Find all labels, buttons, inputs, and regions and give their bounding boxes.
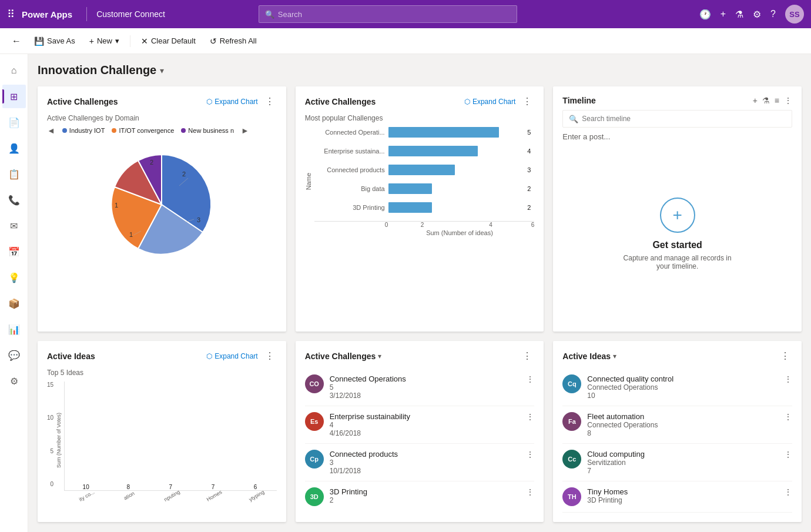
ideas-y-axis-label: Sum (Number of Votes) bbox=[56, 413, 62, 468]
ideas-item-more-1[interactable]: ⋮ bbox=[784, 412, 792, 421]
list-item-1: Es Enterprise sustainability 4 4/16/2018… bbox=[305, 406, 535, 444]
challenges-list-chevron[interactable]: ▾ bbox=[378, 352, 381, 360]
pie-more-button[interactable]: ⋮ bbox=[263, 96, 277, 107]
filter-icon[interactable]: ⚗ bbox=[735, 9, 743, 20]
global-search-input[interactable] bbox=[278, 10, 511, 19]
bar-expand-button[interactable]: ⬡ Expand Chart bbox=[464, 98, 515, 106]
legend-dot-1 bbox=[112, 128, 116, 133]
bar-row-4: 3D Printing 2 bbox=[314, 202, 535, 213]
timeline-search-box[interactable]: 🔍 bbox=[562, 110, 792, 128]
global-search-box[interactable]: 🔍 bbox=[259, 5, 517, 23]
challenges-list-more-button[interactable]: ⋮ bbox=[520, 350, 534, 362]
sidebar-item-settings[interactable]: ⚙ bbox=[2, 369, 26, 393]
ideas-item-0: Cq Connected quality control Connected O… bbox=[562, 369, 792, 406]
pie-card-header: Active Challenges ⬡ Expand Chart ⋮ bbox=[47, 96, 277, 107]
content-area: Innovation Challenge ▾ Active Challenges… bbox=[28, 54, 811, 532]
ideas-chart-more-button[interactable]: ⋮ bbox=[263, 350, 277, 362]
sidebar-item-phone[interactable]: 📞 bbox=[2, 188, 26, 212]
clear-icon: ✕ bbox=[141, 36, 148, 46]
timeline-post-input[interactable]: Enter a post... bbox=[562, 132, 792, 141]
list-item-more-0[interactable]: ⋮ bbox=[526, 374, 534, 384]
list-avatar-1: Es bbox=[305, 412, 324, 431]
grid-icon[interactable]: ⠿ bbox=[7, 8, 15, 21]
sidebar-item-contacts[interactable]: 📋 bbox=[2, 162, 26, 186]
list-item-title-2: Connected products bbox=[330, 450, 521, 459]
bar-more-button[interactable]: ⋮ bbox=[520, 96, 534, 107]
sidebar-item-person[interactable]: 👤 bbox=[2, 136, 26, 160]
legend-dot-0 bbox=[62, 128, 67, 133]
ideas-expand-icon: ⬡ bbox=[206, 352, 212, 360]
ideas-expand-button[interactable]: ⬡ Expand Chart bbox=[206, 352, 257, 360]
list-item-more-1[interactable]: ⋮ bbox=[526, 412, 534, 421]
sidebar-item-mail[interactable]: ✉ bbox=[2, 214, 26, 237]
nav-icons: 🕐 + ⚗ ⚙ ? SS bbox=[699, 5, 804, 24]
timeline-columns-icon[interactable]: ≡ bbox=[775, 96, 779, 105]
list-item-title-3: 3D Printing bbox=[330, 487, 521, 496]
page-title-chevron[interactable]: ▾ bbox=[160, 66, 164, 75]
bar-track-2 bbox=[388, 165, 522, 175]
list-item-count-2: 3 bbox=[330, 459, 521, 467]
ideas-list-more-button[interactable]: ⋮ bbox=[778, 350, 792, 362]
bar-fill-2 bbox=[388, 165, 455, 175]
new-chevron-icon[interactable]: ▾ bbox=[115, 36, 119, 45]
list-item-content-1: Enterprise sustainability 4 4/16/2018 bbox=[330, 412, 521, 437]
sidebar-item-documents[interactable]: 📄 bbox=[2, 111, 26, 134]
toolbar-separator bbox=[130, 35, 130, 47]
bar-card-header: Active Challenges ⬡ Expand Chart ⋮ bbox=[305, 96, 535, 107]
ideas-item-title-2: Cloud computing bbox=[587, 450, 778, 459]
refresh-all-button[interactable]: ↺ Refresh All bbox=[204, 32, 263, 51]
sidebar-item-box[interactable]: 📦 bbox=[2, 292, 26, 315]
save-as-button[interactable]: 💾 Save As bbox=[28, 32, 81, 51]
timeline-empty-state: + Get started Capture and manage all rec… bbox=[562, 146, 792, 322]
timeline-filter-icon[interactable]: ⚗ bbox=[762, 96, 770, 105]
help-icon[interactable]: ? bbox=[770, 9, 776, 19]
ideas-avatar-3: TH bbox=[562, 487, 581, 506]
pie-expand-button[interactable]: ⬡ Expand Chart bbox=[206, 98, 257, 106]
v-bar-val-4: 6 bbox=[254, 484, 257, 490]
list-item-0: CO Connected Operations 5 3/12/2018 ⋮ bbox=[305, 369, 535, 406]
list-item-date-2: 10/1/2018 bbox=[330, 467, 521, 475]
legend-dot-2 bbox=[181, 128, 186, 133]
avatar[interactable]: SS bbox=[785, 5, 804, 24]
sidebar-item-home[interactable]: ⌂ bbox=[2, 59, 26, 82]
ideas-item-more-2[interactable]: ⋮ bbox=[784, 450, 792, 459]
ideas-list-title-row: Active Ideas ▾ bbox=[562, 352, 616, 361]
sidebar-item-bulb[interactable]: 💡 bbox=[2, 266, 26, 289]
ideas-item-more-3[interactable]: ⋮ bbox=[784, 487, 792, 497]
clock-icon[interactable]: 🕐 bbox=[699, 9, 711, 20]
ideas-item-count-2: 7 bbox=[587, 467, 778, 475]
bar-row-3: Big data 2 bbox=[314, 183, 535, 194]
svg-text:2: 2 bbox=[150, 159, 153, 166]
svg-text:1: 1 bbox=[129, 231, 133, 238]
y-axis-label-container: Name bbox=[305, 127, 314, 236]
legend-next-icon[interactable]: ► bbox=[241, 126, 249, 135]
new-button[interactable]: + New ▾ bbox=[83, 32, 125, 51]
sidebar-item-calendar[interactable]: 📅 bbox=[2, 240, 26, 263]
ideas-list-chevron[interactable]: ▾ bbox=[613, 352, 616, 360]
list-item-date-0: 3/12/2018 bbox=[330, 392, 521, 400]
ideas-item-more-0[interactable]: ⋮ bbox=[784, 374, 792, 384]
plus-icon[interactable]: + bbox=[720, 9, 726, 19]
settings-icon[interactable]: ⚙ bbox=[753, 9, 761, 20]
sidebar-item-chat[interactable]: 💬 bbox=[2, 343, 26, 367]
sidebar-item-dashboard[interactable]: ⊞ bbox=[2, 85, 26, 108]
ideas-item-2: Cc Cloud computing Servitization 7 ⋮ bbox=[562, 444, 792, 481]
timeline-more-icon[interactable]: ⋮ bbox=[784, 96, 792, 105]
ideas-list-scroll[interactable]: Cq Connected quality control Connected O… bbox=[562, 369, 792, 513]
bar-value-1: 4 bbox=[527, 148, 534, 155]
sidebar-item-chart[interactable]: 📊 bbox=[2, 317, 26, 341]
bar-expand-icon: ⬡ bbox=[464, 98, 470, 106]
legend-prev-icon[interactable]: ◄ bbox=[47, 126, 55, 135]
v-bar-val-0: 10 bbox=[83, 484, 89, 490]
timeline-search-input[interactable] bbox=[582, 115, 786, 123]
left-sidebar: ⌂ ⊞ 📄 👤 📋 📞 ✉ 📅 💡 📦 📊 💬 ⚙ bbox=[0, 54, 28, 532]
challenges-list-title: Active Challenges bbox=[305, 352, 376, 361]
clear-default-button[interactable]: ✕ Clear Default bbox=[135, 32, 202, 51]
timeline-plus-circle[interactable]: + bbox=[660, 198, 695, 233]
list-item-more-3[interactable]: ⋮ bbox=[526, 487, 534, 497]
timeline-add-icon[interactable]: + bbox=[753, 96, 758, 105]
back-button[interactable]: ← bbox=[7, 32, 26, 51]
list-item-title-1: Enterprise sustainability bbox=[330, 412, 521, 421]
challenges-list-scroll[interactable]: CO Connected Operations 5 3/12/2018 ⋮ Es… bbox=[305, 369, 535, 512]
list-item-more-2[interactable]: ⋮ bbox=[526, 450, 534, 459]
